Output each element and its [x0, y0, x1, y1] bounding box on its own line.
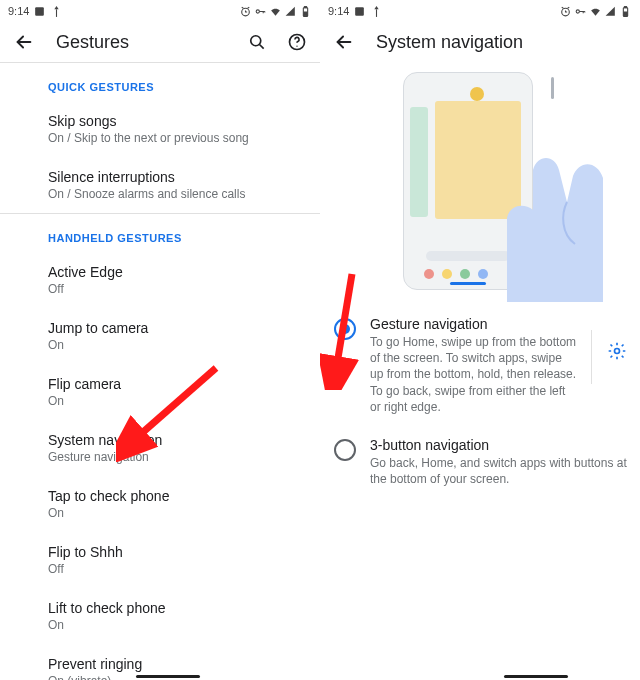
- item-sub: On / Skip to the next or previous song: [48, 131, 272, 145]
- arrow-left-icon: [333, 31, 355, 53]
- svg-rect-1: [56, 9, 57, 17]
- illustration: [320, 62, 640, 306]
- item-sub: Off: [48, 562, 272, 576]
- svg-rect-12: [376, 9, 377, 17]
- item-skip-songs[interactable]: Skip songs On / Skip to the next or prev…: [0, 101, 320, 157]
- option-desc: Go back, Home, and switch apps with butt…: [370, 455, 628, 487]
- divider: [591, 330, 592, 384]
- option-3-button-navigation[interactable]: 3-button navigation Go back, Home, and s…: [320, 427, 640, 499]
- signal-icon: [284, 5, 297, 18]
- nav-indicator: [504, 675, 568, 678]
- svg-rect-11: [356, 7, 365, 16]
- item-sub: On: [48, 394, 272, 408]
- item-title: Jump to camera: [48, 320, 272, 336]
- option-title: 3-button navigation: [370, 437, 628, 453]
- item-title: Lift to check phone: [48, 600, 272, 616]
- item-title: Active Edge: [48, 264, 272, 280]
- screen-gestures: 9:14 Gestures: [0, 0, 320, 680]
- item-flip-camera[interactable]: Flip camera On: [0, 364, 320, 420]
- item-title: Prevent ringing: [48, 656, 272, 672]
- item-title: Flip to Shhh: [48, 544, 272, 560]
- hand-icon: [463, 132, 603, 302]
- item-title: Silence interruptions: [48, 169, 272, 185]
- item-sub: On / Snooze alarms and silence calls: [48, 187, 272, 201]
- item-system-navigation[interactable]: System navigation Gesture navigation: [0, 420, 320, 476]
- image-icon: [33, 5, 46, 18]
- battery-icon: [299, 5, 312, 18]
- item-flip-to-shhh[interactable]: Flip to Shhh Off: [0, 532, 320, 588]
- alarm-icon: [559, 5, 572, 18]
- search-icon: [247, 32, 267, 52]
- item-title: System navigation: [48, 432, 272, 448]
- nav-indicator: [136, 675, 200, 678]
- search-button[interactable]: [246, 31, 268, 53]
- status-time: 9:14: [8, 5, 29, 17]
- key-icon: [254, 5, 267, 18]
- item-title: Tap to check phone: [48, 488, 272, 504]
- page-title: System navigation: [376, 32, 628, 53]
- app-icon: [370, 5, 383, 18]
- alarm-icon: [239, 5, 252, 18]
- svg-rect-16: [624, 6, 626, 7]
- radio-selected[interactable]: [334, 318, 356, 340]
- svg-point-3: [256, 9, 259, 12]
- item-active-edge[interactable]: Active Edge Off: [0, 252, 320, 308]
- app-bar: Gestures: [0, 22, 320, 62]
- status-bar: 9:14: [0, 0, 320, 22]
- item-sub: Off: [48, 282, 272, 296]
- item-jump-to-camera[interactable]: Jump to camera On: [0, 308, 320, 364]
- svg-rect-0: [36, 7, 45, 16]
- item-silence-interruptions[interactable]: Silence interruptions On / Snooze alarms…: [0, 157, 320, 213]
- item-sub: On: [48, 338, 272, 352]
- status-time: 9:14: [328, 5, 349, 17]
- svg-point-7: [251, 36, 261, 46]
- help-button[interactable]: [286, 31, 308, 53]
- signal-icon: [604, 5, 617, 18]
- svg-rect-5: [304, 6, 306, 7]
- section-quick-gestures: QUICK GESTURES Skip songs On / Skip to t…: [0, 63, 320, 213]
- option-desc: To go Home, swipe up from the bottom of …: [370, 334, 577, 415]
- section-header: HANDHELD GESTURES: [0, 214, 320, 252]
- back-button[interactable]: [332, 30, 356, 54]
- option-gesture-navigation[interactable]: Gesture navigation To go Home, swipe up …: [320, 306, 640, 427]
- section-header: QUICK GESTURES: [0, 63, 320, 101]
- help-icon: [287, 32, 307, 52]
- wifi-icon: [269, 5, 282, 18]
- section-handheld-gestures: HANDHELD GESTURES Active Edge Off Jump t…: [0, 214, 320, 680]
- key-icon: [574, 5, 587, 18]
- svg-rect-6: [304, 12, 307, 16]
- svg-point-18: [615, 349, 620, 354]
- item-lift-to-check-phone[interactable]: Lift to check phone On: [0, 588, 320, 644]
- wifi-icon: [589, 5, 602, 18]
- status-bar: 9:14: [320, 0, 640, 22]
- image-icon: [353, 5, 366, 18]
- screen-system-navigation: 9:14 System navigation: [320, 0, 640, 680]
- item-sub: Gesture navigation: [48, 450, 272, 464]
- svg-rect-17: [624, 12, 627, 16]
- svg-point-9: [296, 46, 297, 47]
- item-title: Flip camera: [48, 376, 272, 392]
- item-sub: On: [48, 506, 272, 520]
- item-title: Skip songs: [48, 113, 272, 129]
- option-title: Gesture navigation: [370, 316, 577, 332]
- option-settings-button[interactable]: [606, 340, 628, 362]
- radio-unselected[interactable]: [334, 439, 356, 461]
- battery-icon: [619, 5, 632, 18]
- item-sub: On: [48, 618, 272, 632]
- back-button[interactable]: [12, 30, 36, 54]
- item-tap-to-check-phone[interactable]: Tap to check phone On: [0, 476, 320, 532]
- svg-point-14: [576, 9, 579, 12]
- app-icon: [50, 5, 63, 18]
- arrow-left-icon: [13, 31, 35, 53]
- gear-icon: [607, 341, 627, 361]
- page-title: Gestures: [56, 32, 226, 53]
- app-bar: System navigation: [320, 22, 640, 62]
